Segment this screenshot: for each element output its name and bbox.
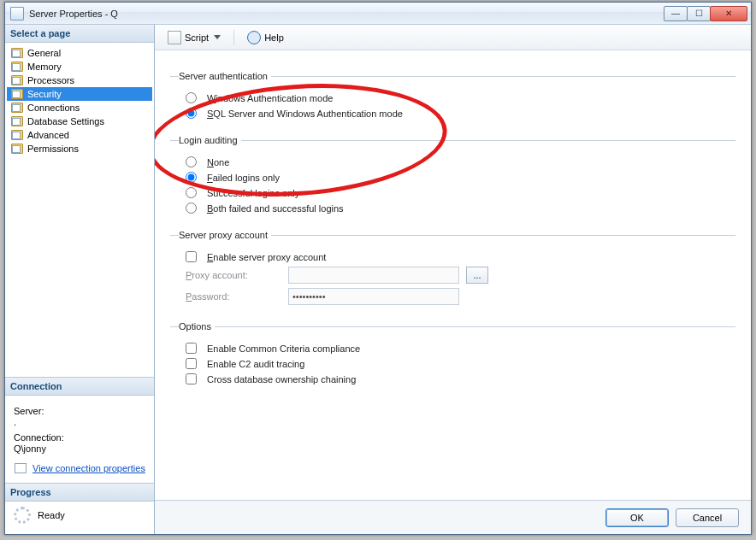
options-group: Options Enable Common Criteria complianc… <box>170 321 735 389</box>
windows-auth-radio[interactable] <box>186 92 197 103</box>
connection-panel: Connection Server: . Connection: Q\jonny… <box>5 377 154 483</box>
server-authentication-group: Server authentication Windows Authentica… <box>170 71 735 123</box>
page-list: General Memory Processors Security Conne… <box>5 43 154 159</box>
sql-and-windows-auth-label[interactable]: SQL Server and Windows Authentication mo… <box>207 109 403 119</box>
enable-proxy-checkbox[interactable] <box>186 251 197 262</box>
sidebar-item-label: Permissions <box>27 144 79 154</box>
server-value: . <box>14 417 145 427</box>
ok-button[interactable]: OK <box>605 508 669 527</box>
sidebar-item-general[interactable]: General <box>7 46 152 60</box>
audit-successful-label[interactable]: Successful logins only <box>207 188 299 198</box>
sidebar-item-connections[interactable]: Connections <box>7 101 152 114</box>
page-icon <box>10 129 24 141</box>
progress-panel: Progress Ready <box>5 483 154 534</box>
sql-and-windows-auth-radio[interactable] <box>186 108 197 119</box>
progress-status: Ready <box>38 510 65 520</box>
proxy-password-input[interactable] <box>288 288 459 305</box>
content-area: Server authentication Windows Authentica… <box>155 50 751 500</box>
audit-failed-label[interactable]: Failed logins only <box>207 173 280 183</box>
common-criteria-label[interactable]: Enable Common Criteria compliance <box>207 343 360 354</box>
maximize-button[interactable]: ☐ <box>687 6 711 21</box>
progress-spinner-icon <box>14 507 31 524</box>
server-proxy-group: Server proxy account Enable server proxy… <box>170 230 735 309</box>
page-icon <box>10 47 24 59</box>
server-properties-window: Server Properties - Q — ☐ ✕ Select a pag… <box>4 2 752 535</box>
c2-audit-label[interactable]: Enable C2 audit tracing <box>207 359 304 369</box>
minimize-button[interactable]: — <box>664 6 688 21</box>
close-button[interactable]: ✕ <box>710 6 747 21</box>
connection-label: Connection: <box>14 432 145 443</box>
page-icon <box>10 115 24 127</box>
login-auditing-group: Login auditing None Failed logins only S… <box>170 135 735 218</box>
view-connection-properties-link[interactable]: View connection properties <box>32 463 145 473</box>
sidebar-header: Select a page <box>5 25 154 43</box>
proxy-account-browse-button[interactable]: ... <box>466 267 488 284</box>
audit-none-label[interactable]: None <box>207 157 229 167</box>
sidebar-item-label: Processors <box>27 75 74 85</box>
sidebar-item-label: Security <box>27 89 62 99</box>
help-button[interactable]: Help <box>241 28 290 47</box>
app-icon <box>10 7 24 21</box>
sidebar-item-processors[interactable]: Processors <box>7 73 152 87</box>
audit-both-radio[interactable] <box>186 202 197 214</box>
group-legend: Server proxy account <box>179 230 271 240</box>
audit-both-label[interactable]: Both failed and successful logins <box>207 203 344 214</box>
sidebar-item-label: Memory <box>27 62 62 72</box>
sidebar-item-memory[interactable]: Memory <box>7 60 152 73</box>
audit-successful-radio[interactable] <box>186 187 197 198</box>
proxy-account-input[interactable] <box>288 267 459 284</box>
cross-db-chaining-label[interactable]: Cross database ownership chaining <box>207 374 356 384</box>
cancel-button[interactable]: Cancel <box>676 508 739 527</box>
sidebar-item-label: Connections <box>27 103 80 113</box>
connection-value: Q\jonny <box>14 443 145 454</box>
enable-proxy-label[interactable]: Enable server proxy account <box>207 252 326 262</box>
sidebar-item-permissions[interactable]: Permissions <box>7 142 152 156</box>
progress-header: Progress <box>5 484 154 502</box>
proxy-password-label: Password: <box>186 291 288 302</box>
window-title: Server Properties - Q <box>29 9 118 19</box>
common-criteria-checkbox[interactable] <box>186 343 197 354</box>
page-icon <box>10 74 24 86</box>
script-icon <box>168 31 181 44</box>
sidebar-item-security[interactable]: Security <box>7 87 152 101</box>
script-button[interactable]: Script <box>162 28 227 47</box>
windows-auth-label[interactable]: Windows Authentication mode <box>207 93 333 103</box>
page-icon <box>10 143 24 155</box>
help-label: Help <box>264 32 284 43</box>
sidebar-item-label: General <box>27 48 61 58</box>
sidebar: Select a page General Memory Processors … <box>5 25 155 534</box>
group-legend: Options <box>179 321 215 332</box>
toolbar: Script Help <box>155 25 751 50</box>
titlebar[interactable]: Server Properties - Q — ☐ ✕ <box>5 3 751 25</box>
connection-header: Connection <box>5 378 154 396</box>
script-label: Script <box>185 32 209 43</box>
group-legend: Login auditing <box>179 135 241 145</box>
sidebar-item-label: Advanced <box>27 130 69 140</box>
chevron-down-icon <box>214 35 221 39</box>
sidebar-item-advanced[interactable]: Advanced <box>7 128 152 142</box>
group-legend: Server authentication <box>179 71 271 81</box>
audit-failed-radio[interactable] <box>186 172 197 183</box>
sidebar-item-database-settings[interactable]: Database Settings <box>7 114 152 128</box>
toolbar-separator <box>233 30 234 45</box>
page-icon <box>10 88 24 100</box>
audit-none-radio[interactable] <box>186 156 197 167</box>
c2-audit-checkbox[interactable] <box>186 358 197 369</box>
connection-properties-icon <box>14 462 27 474</box>
window-buttons: — ☐ ✕ <box>664 6 747 21</box>
help-icon <box>247 31 261 44</box>
cross-db-chaining-checkbox[interactable] <box>186 373 197 384</box>
page-icon <box>10 102 24 114</box>
dialog-footer: OK Cancel <box>155 500 751 534</box>
sidebar-item-label: Database Settings <box>27 116 104 126</box>
page-icon <box>10 61 24 73</box>
proxy-account-label: Proxy account: <box>186 270 288 280</box>
main-panel: Script Help Server authentication Window… <box>155 25 751 534</box>
server-label: Server: <box>14 406 145 416</box>
